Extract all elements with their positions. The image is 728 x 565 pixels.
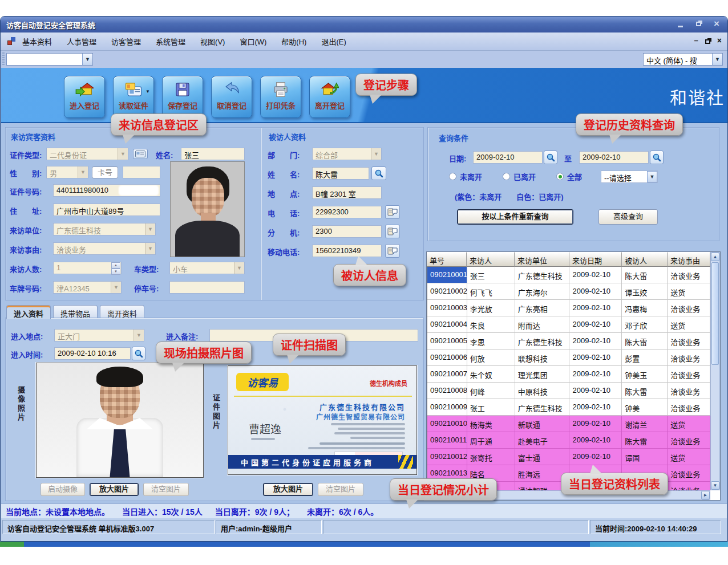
toolbar-button-4[interactable]: 取消登记	[211, 76, 252, 118]
table-cell[interactable]: 李思	[467, 333, 515, 349]
chevron-down-icon[interactable]: ▼	[234, 262, 244, 274]
ext-dial-button[interactable]	[385, 225, 400, 238]
table-cell[interactable]: 洽谈业务	[668, 482, 710, 490]
vscroll-thumb[interactable]	[711, 262, 719, 365]
chevron-down-icon[interactable]: ▼	[78, 166, 88, 178]
chevron-down-icon[interactable]: ▼	[145, 243, 155, 254]
table-cell[interactable]: 钟美玉	[622, 366, 668, 383]
mdi-close-button[interactable]: ×	[717, 36, 722, 46]
ext-input[interactable]: 2300	[312, 225, 382, 238]
table-row[interactable]: 090210005李思广东德生科技2009-02-10陈大雷洽谈业务	[427, 333, 710, 349]
parking-input[interactable]	[169, 281, 245, 294]
table-cell[interactable]: 富士通	[515, 449, 570, 465]
table-cell[interactable]: 谭玉姣	[622, 283, 668, 300]
camera-button-1[interactable]: 启动摄像	[41, 483, 85, 496]
chevron-down-icon[interactable]: ▼	[647, 171, 657, 182]
quick-search-combobox[interactable]: ▼	[6, 53, 93, 66]
table-row[interactable]: 090210012张寄托富士通2009-02-10谭国送货	[427, 449, 710, 465]
restore-button[interactable]	[692, 19, 705, 29]
plate-select[interactable]: 津A12345 ▼	[53, 281, 122, 294]
table-cell[interactable]: 090210012	[427, 449, 467, 465]
location-input[interactable]: B幢 2301 室	[312, 186, 382, 199]
table-cell[interactable]: 张三	[467, 267, 515, 283]
phone-input[interactable]: 22992300	[312, 206, 382, 218]
table-cell[interactable]: 090210005	[427, 333, 467, 349]
table-cell[interactable]: 中原科技	[515, 383, 570, 399]
table-cell[interactable]: 洽谈业务	[668, 399, 710, 416]
gender-select[interactable]: 男 ▼	[46, 166, 88, 178]
toolbar-button-1[interactable]: 进入登记	[64, 76, 105, 118]
table-cell[interactable]: 何飞飞	[467, 283, 515, 300]
table-cell[interactable]: 090210011	[427, 432, 467, 449]
mobile-dial-button[interactable]	[385, 244, 400, 258]
chevron-down-icon[interactable]: ▼	[111, 282, 121, 293]
advanced-query-button[interactable]: 高级查询	[598, 209, 658, 225]
scroll-up-icon[interactable]: ▲	[711, 253, 719, 261]
chevron-down-icon[interactable]: ▼	[145, 89, 150, 94]
table-cell[interactable]: 陈大雷	[622, 267, 668, 283]
entry-time-input[interactable]: 2009-02-10 10:16	[54, 347, 131, 360]
table-cell[interactable]: 2009-02-10	[569, 449, 622, 465]
table-cell[interactable]: 2009-02-10	[569, 316, 622, 333]
visit-reason-select[interactable]: 洽谈业务 ▼	[53, 242, 156, 255]
vehicle-type-select[interactable]: 小车 ▼	[169, 262, 245, 274]
visited-name-search-button[interactable]	[371, 166, 386, 180]
table-cell[interactable]: 谢清兰	[622, 416, 668, 432]
table-cell[interactable]: 洽谈业务	[668, 267, 710, 283]
requery-button[interactable]: 按以上条件重新查询	[457, 209, 573, 225]
radio-全部[interactable]: 全部	[556, 171, 582, 182]
phone-dial-button[interactable]	[385, 205, 400, 219]
chevron-down-icon[interactable]: ▼	[134, 330, 144, 341]
table-row[interactable]: 090210007朱个奴理光集团2009-02-10钟美玉洽谈业务	[427, 366, 710, 383]
table-cell[interactable]: 送货	[668, 316, 710, 333]
toolbar-button-2[interactable]: ▼读取证件	[113, 76, 154, 118]
minimize-button[interactable]	[674, 19, 686, 29]
address-input[interactable]: 广州市中山大道89号	[53, 204, 160, 216]
table-cell[interactable]: 洽谈业务	[668, 432, 710, 449]
table-cell[interactable]: 090210003	[427, 300, 467, 316]
table-cell[interactable]: 090210007	[427, 366, 467, 383]
table-vscrollbar[interactable]: ▲ ▼	[710, 252, 720, 490]
table-cell[interactable]: 2009-02-10	[569, 432, 622, 449]
table-row[interactable]: 090210004朱良附而达2009-02-10邓子欣送货	[427, 316, 710, 333]
table-cell[interactable]: 2009-02-10	[569, 300, 622, 316]
close-button[interactable]: ×	[710, 19, 723, 29]
entry-place-select[interactable]: 正大门 ▼	[54, 329, 144, 342]
table-cell[interactable]: 朱良	[467, 316, 515, 333]
card-number-button[interactable]: 卡号	[92, 166, 118, 178]
chevron-down-icon[interactable]: ▼	[371, 148, 381, 160]
table-cell[interactable]: 赴美电子	[515, 432, 570, 449]
menu-item[interactable]: 人事管理	[67, 38, 96, 46]
table-row[interactable]: 090210010杨海类新联通2009-02-10谢清兰送货	[427, 416, 710, 432]
toolbar-button-3[interactable]: 保存登记	[162, 76, 203, 118]
table-cell[interactable]: 洽谈业务	[668, 333, 710, 349]
scroll-down-icon[interactable]: ▼	[711, 481, 719, 490]
toolbar-grip[interactable]	[2, 52, 5, 66]
table-cell[interactable]: 广东德生科技	[515, 333, 570, 349]
count-spinner[interactable]: ▲▼	[111, 262, 120, 274]
table-cell[interactable]: 洽谈业务	[668, 383, 710, 399]
table-cell[interactable]: 谭国	[622, 449, 668, 465]
menu-item[interactable]: 帮助(H)	[281, 38, 306, 46]
column-header-来访人[interactable]: 来访人	[467, 252, 515, 267]
table-cell[interactable]: 2009-02-10	[569, 267, 622, 283]
table-row[interactable]: 090210002何飞飞广东海尔2009-02-10谭玉姣送货	[427, 283, 710, 300]
table-cell[interactable]: 彭置	[622, 349, 668, 366]
radio-已离开[interactable]: 已离开	[503, 171, 536, 182]
table-cell[interactable]: 邓子欣	[622, 316, 668, 333]
table-cell[interactable]: 090210002	[427, 283, 467, 300]
table-cell[interactable]: 周于通	[467, 432, 515, 449]
visited-name-input[interactable]: 陈大雷	[312, 167, 369, 180]
table-cell[interactable]: 洽谈业务	[668, 349, 710, 366]
language-bar[interactable]: 中文 (简体) - 搜 ▼	[643, 53, 723, 66]
card-reader-button[interactable]	[133, 149, 148, 159]
chevron-down-icon[interactable]: ▼	[145, 223, 155, 235]
table-cell[interactable]: 理光集团	[515, 366, 570, 383]
menu-item[interactable]: 访客管理	[111, 38, 141, 46]
tab-进入资料[interactable]: 进入资料	[6, 305, 51, 319]
cert-type-select[interactable]: 二代身份证 ▼	[46, 148, 128, 160]
table-cell[interactable]: 2009-02-10	[569, 416, 622, 432]
mdi-minimize-button[interactable]: –	[694, 36, 698, 46]
column-header-被访人[interactable]: 被访人	[622, 252, 668, 267]
table-cell[interactable]: 广东德生科技	[515, 267, 570, 283]
